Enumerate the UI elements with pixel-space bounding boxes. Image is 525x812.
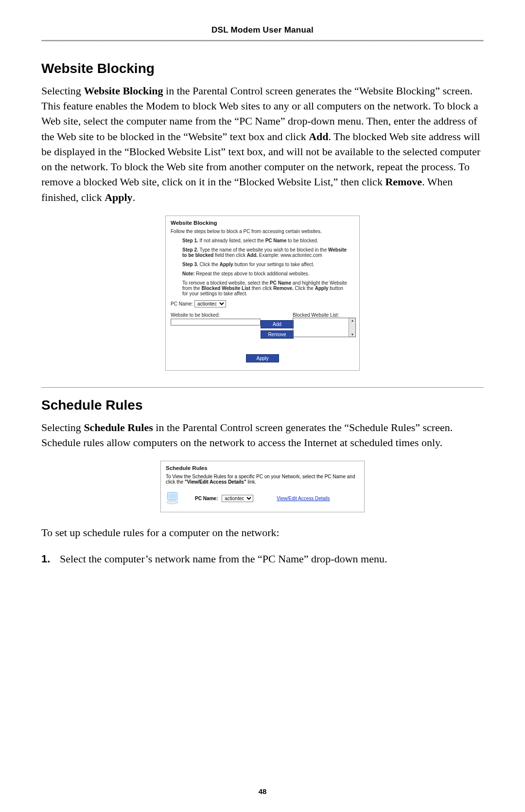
wb-step2: Step 2. Type the name of the website you… (182, 247, 348, 258)
section-divider (41, 387, 484, 388)
sr-pcname-select[interactable]: actiontec (222, 495, 253, 502)
wb-remove-note: To remove a blocked website, select the … (182, 280, 348, 296)
wb-note: Note: Repeat the steps above to block ad… (182, 271, 348, 276)
page: DSL Modem User Manual Website Blocking S… (0, 0, 525, 812)
wb-blocked-listbox[interactable]: ▴ ▾ (293, 318, 356, 337)
sr-title: Schedule Rules (166, 465, 359, 471)
section-heading-website-blocking: Website Blocking (41, 61, 484, 76)
wb-add-button[interactable]: Add (261, 320, 294, 328)
page-number: 48 (0, 787, 525, 795)
schedule-rules-screenshot: Schedule Rules To View the Schedule Rule… (160, 461, 365, 512)
wb-pcname-select[interactable]: actiontec (194, 300, 226, 307)
doc-header-title: DSL Modem User Manual (41, 25, 484, 35)
svg-rect-1 (169, 494, 176, 499)
scroll-up-icon[interactable]: ▴ (351, 318, 353, 323)
section-body-website-blocking: Selecting Website Blocking in the Parent… (41, 83, 484, 205)
step-1: 1. Select the computer’s network name fr… (55, 551, 484, 566)
sr-view-edit-link[interactable]: View/Edit Access Details (277, 496, 330, 501)
section-heading-schedule-rules: Schedule Rules (41, 397, 484, 413)
post-lead: To set up schedule rules for a computer … (41, 525, 484, 540)
sr-intro: To View the Schedule Rules for a specifi… (166, 474, 355, 485)
wb-website-label: Website to be blocked: (171, 312, 261, 318)
wb-pcname-label: PC Name: (171, 301, 193, 307)
wb-step3: Step 3. Click the Apply button for your … (182, 262, 348, 267)
wb-website-input[interactable] (171, 319, 261, 325)
wb-intro: Follow the steps below to block a PC fro… (171, 229, 354, 234)
scroll-down-icon[interactable]: ▾ (351, 332, 353, 337)
wb-blockedlist-label: Blocked Website List: (293, 312, 356, 318)
computer-icon (166, 491, 182, 505)
header-rule (41, 40, 484, 41)
step-1-text: Select the computer’s network name from … (60, 553, 387, 565)
svg-point-2 (167, 501, 178, 504)
wb-title: Website Blocking (171, 220, 354, 226)
wb-list-scrollbar[interactable]: ▴ ▾ (349, 318, 355, 337)
wb-step1: Step 1. If not already listed, select th… (182, 238, 348, 243)
wb-apply-button[interactable]: Apply (246, 354, 279, 362)
steps-list: 1. Select the computer’s network name fr… (41, 551, 484, 566)
website-blocking-screenshot: Website Blocking Follow the steps below … (165, 216, 360, 371)
section-body-schedule-rules: Selecting Schedule Rules in the Parental… (41, 420, 484, 450)
step-1-number: 1. (41, 551, 50, 566)
sr-pcname-label: PC Name: (195, 496, 218, 501)
wb-remove-button[interactable]: Remove (261, 330, 294, 339)
